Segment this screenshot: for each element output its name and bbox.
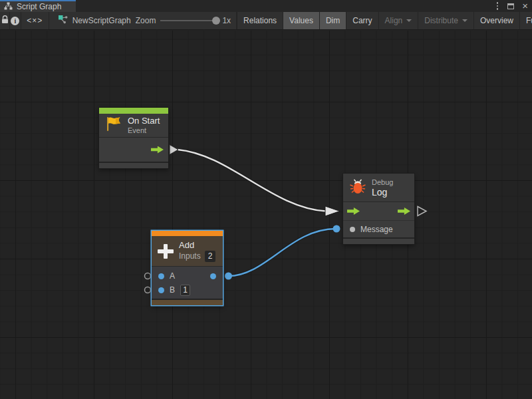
- window-titlebar: Script Graph ×: [0, 0, 532, 12]
- node-title: Add: [179, 240, 215, 251]
- node-accent-bar: [99, 108, 168, 114]
- node-on-start[interactable]: On Start Event: [99, 108, 168, 168]
- chevron-down-icon: [406, 19, 412, 22]
- inputs-label: Inputs: [179, 252, 201, 261]
- node-accent-bar: [152, 231, 223, 236]
- graph-asset-icon: [59, 15, 68, 26]
- kebab-menu-icon[interactable]: [495, 1, 500, 11]
- fullscreen-button[interactable]: Full Screen: [519, 12, 532, 29]
- zoom-label: Zoom: [136, 16, 156, 25]
- graph-breadcrumb: NewScriptGraph Zoom 1x: [49, 12, 237, 29]
- chevron-down-icon: [462, 19, 467, 22]
- graph-toolbar: i <×> NewScriptGraph Zoom 1x: [0, 12, 532, 30]
- node-title: On Start: [128, 116, 160, 126]
- node-title: Log: [372, 187, 393, 198]
- unconnected-port-b-icon[interactable]: [145, 287, 151, 293]
- port-label-message: Message: [360, 225, 393, 234]
- message-input-port[interactable]: [350, 227, 355, 232]
- node-body: A B 1: [152, 267, 223, 299]
- flow-wire[interactable]: [178, 150, 326, 211]
- distribute-dropdown[interactable]: Distribute: [418, 12, 473, 29]
- info-icon: i: [11, 17, 19, 25]
- flow-start-connector[interactable]: [170, 145, 178, 155]
- flow-output-port-icon[interactable]: [398, 207, 410, 215]
- code-icon: <×>: [27, 16, 43, 25]
- graph-tab-icon: [4, 2, 13, 12]
- align-label: Align: [385, 16, 403, 25]
- node-footer: [99, 162, 168, 168]
- flow-continue-connector[interactable]: [418, 207, 426, 216]
- flag-icon: [105, 116, 122, 135]
- unconnected-port-a-icon[interactable]: [145, 273, 151, 279]
- value-wire-end-dot[interactable]: [333, 225, 340, 233]
- window-controls: ×: [495, 0, 528, 12]
- value-input-port-a[interactable]: [158, 273, 164, 279]
- bug-icon: [349, 178, 366, 198]
- align-dropdown[interactable]: Align: [378, 12, 418, 29]
- close-icon[interactable]: ×: [522, 2, 528, 10]
- node-group-label: Debug: [372, 178, 393, 187]
- overview-button[interactable]: Overview: [473, 12, 519, 29]
- carry-button[interactable]: Carry: [346, 12, 378, 29]
- node-footer: [152, 299, 223, 305]
- tab-script-graph[interactable]: Script Graph: [0, 0, 76, 12]
- relations-button[interactable]: Relations: [237, 12, 283, 29]
- flow-wire-arrowhead: [325, 206, 340, 216]
- port-b-value-field[interactable]: 1: [180, 285, 190, 296]
- dim-button[interactable]: Dim: [319, 12, 346, 29]
- wires-layer: [0, 31, 532, 399]
- value-wire-start-dot[interactable]: [225, 273, 232, 280]
- graph-name[interactable]: NewScriptGraph: [72, 16, 131, 25]
- graph-canvas[interactable]: On Start Event Add Inputs 2: [0, 31, 532, 399]
- zoom-value: 1x: [222, 16, 231, 25]
- port-label-b: B: [170, 285, 175, 295]
- distribute-label: Distribute: [424, 16, 458, 25]
- flow-output-port-icon[interactable]: [151, 146, 164, 154]
- port-label-a: A: [170, 271, 175, 281]
- values-button[interactable]: Values: [283, 12, 319, 29]
- inputs-count-field[interactable]: 2: [205, 251, 216, 262]
- tab-title: Script Graph: [17, 2, 61, 11]
- zoom-control: Zoom 1x: [136, 16, 231, 25]
- lock-icon: [1, 15, 9, 26]
- flow-input-port-icon[interactable]: [347, 207, 360, 215]
- info-button[interactable]: i: [10, 12, 21, 29]
- node-add[interactable]: Add Inputs 2 A B 1: [152, 231, 223, 305]
- plus-icon: [158, 244, 174, 259]
- value-output-port[interactable]: [210, 273, 216, 279]
- value-wire[interactable]: [229, 229, 336, 276]
- value-input-port-b[interactable]: [158, 287, 164, 293]
- script-graph-window: Script Graph × i <×>: [0, 0, 532, 399]
- code-view-button[interactable]: <×>: [21, 12, 49, 29]
- lock-button[interactable]: [0, 12, 10, 29]
- zoom-slider[interactable]: [160, 20, 217, 21]
- node-debug-log[interactable]: Debug Log Message: [343, 174, 414, 244]
- node-footer: [343, 237, 414, 244]
- zoom-slider-handle[interactable]: [212, 17, 220, 25]
- maximize-icon[interactable]: [507, 3, 514, 9]
- node-subtitle: Event: [128, 126, 160, 135]
